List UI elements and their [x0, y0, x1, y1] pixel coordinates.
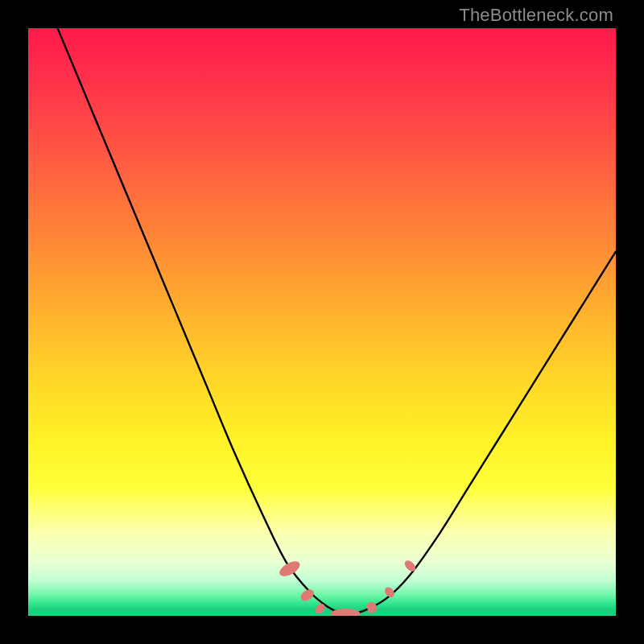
marker-group: [277, 559, 417, 616]
bottleneck-curve: [58, 28, 617, 613]
chart-frame: TheBottleneck.com: [0, 0, 644, 644]
plot-area: [28, 28, 616, 616]
watermark-text: TheBottleneck.com: [459, 5, 613, 26]
curve-marker: [331, 609, 360, 616]
curve-marker: [402, 559, 417, 573]
curve-marker: [277, 559, 302, 580]
curve-layer: [28, 28, 616, 616]
curve-marker: [365, 601, 379, 615]
